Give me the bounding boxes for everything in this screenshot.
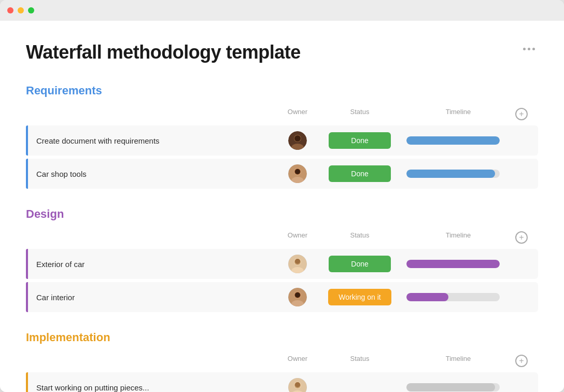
timeline-fill: [406, 260, 500, 268]
timeline-bar: [406, 260, 500, 268]
row-accent-bar: [26, 159, 28, 189]
avatar: [288, 131, 307, 150]
svg-point-24: [295, 382, 300, 387]
table-row: Car interior Working on it: [26, 282, 538, 312]
table-row: Start working on putting pieces...: [26, 372, 538, 392]
timeline-bar: [406, 293, 500, 301]
row-label-cell: Car interior: [26, 282, 277, 312]
row-label-cell: Exterior of car: [26, 249, 277, 279]
avatar: [288, 255, 307, 273]
timeline-cell: [401, 136, 515, 145]
svg-point-19: [295, 292, 300, 298]
col-header-status: Status: [318, 355, 401, 367]
col-header-add: +: [515, 355, 538, 367]
status-cell: Done: [318, 165, 401, 182]
row-task-label: Car shop tools: [36, 170, 87, 178]
col-header-task: [26, 355, 277, 367]
minimize-button[interactable]: [18, 7, 24, 13]
section-requirements: Requirements Owner Status Timeline + Cre…: [26, 84, 538, 189]
titlebar: [0, 0, 564, 21]
owner-cell: [277, 131, 318, 150]
row-task-label: Start working on putting pieces...: [36, 383, 149, 392]
add-row-button-design[interactable]: +: [515, 231, 528, 244]
maximize-button[interactable]: [28, 7, 34, 13]
avatar: [288, 288, 307, 306]
timeline-fill: [406, 383, 495, 391]
row-label-cell: Create document with requirements: [26, 125, 277, 156]
status-badge: Working on it: [328, 289, 391, 305]
timeline-cell: [401, 383, 515, 391]
timeline-bar: [406, 136, 500, 145]
svg-point-14: [295, 259, 300, 264]
table-header-requirements: Owner Status Timeline +: [26, 105, 538, 123]
col-header-timeline: Timeline: [401, 108, 515, 120]
svg-point-4: [295, 136, 301, 142]
col-header-timeline: Timeline: [401, 355, 515, 367]
table-header-design: Owner Status Timeline +: [26, 228, 538, 247]
status-badge: [329, 378, 391, 392]
avatar: [288, 164, 307, 183]
close-button[interactable]: [7, 7, 13, 13]
avatar-image: [288, 131, 307, 150]
timeline-bar: [406, 383, 500, 391]
avatar-image: [288, 164, 307, 183]
row-task-label: Exterior of car: [36, 260, 84, 269]
add-row-button-requirements[interactable]: +: [515, 108, 528, 120]
col-header-add: +: [515, 108, 538, 120]
owner-cell: [277, 164, 318, 183]
status-cell: Done: [318, 256, 401, 272]
status-badge: Done: [329, 132, 391, 149]
status-badge: Done: [329, 256, 391, 272]
row-task-label: Create document with requirements: [36, 136, 160, 145]
add-row-button-implementation[interactable]: +: [515, 355, 528, 367]
page-header: Waterfall methodology template: [26, 41, 538, 63]
status-cell: Done: [318, 132, 401, 149]
section-title-implementation: Implementation: [26, 331, 110, 344]
col-header-owner: Owner: [277, 108, 318, 120]
section-design: Design Owner Status Timeline + Exterior …: [26, 207, 538, 312]
owner-cell: [277, 288, 318, 306]
timeline-fill: [406, 293, 448, 301]
col-header-status: Status: [318, 231, 401, 244]
avatar-image: [288, 255, 307, 273]
section-title-design: Design: [26, 207, 64, 221]
table-row: Exterior of car Done: [26, 249, 538, 279]
timeline-cell: [401, 260, 515, 268]
row-label-cell: Car shop tools: [26, 159, 277, 189]
table-row: Car shop tools Done: [26, 159, 538, 189]
more-dot: [528, 48, 530, 50]
more-options-button[interactable]: [520, 45, 538, 53]
page-content: Waterfall methodology template Requireme…: [0, 21, 564, 392]
owner-cell: [277, 255, 318, 273]
col-header-task: [26, 108, 277, 120]
avatar-image: [288, 288, 307, 306]
row-accent-bar: [26, 372, 28, 392]
row-accent-bar: [26, 249, 28, 279]
row-label-cell: Start working on putting pieces...: [26, 372, 277, 392]
section-header-design: Design: [26, 207, 538, 221]
table-header-implementation: Owner Status Timeline +: [26, 352, 538, 370]
col-header-status: Status: [318, 108, 401, 120]
page-title: Waterfall methodology template: [26, 41, 301, 63]
row-accent-bar: [26, 282, 28, 312]
svg-point-9: [295, 169, 300, 174]
col-header-owner: Owner: [277, 355, 318, 367]
timeline-bar: [406, 170, 500, 178]
section-title-requirements: Requirements: [26, 84, 102, 97]
owner-cell: [277, 378, 318, 392]
section-header-requirements: Requirements: [26, 84, 538, 97]
status-cell: [318, 378, 401, 392]
table-row: Create document with requirements: [26, 125, 538, 156]
avatar: [288, 378, 307, 392]
avatar-image: [288, 378, 307, 392]
app-window: Waterfall methodology template Requireme…: [0, 0, 564, 392]
more-dot: [523, 48, 526, 50]
section-implementation: Implementation Owner Status Timeline + S…: [26, 331, 538, 392]
timeline-cell: [401, 293, 515, 301]
col-header-task: [26, 231, 277, 244]
timeline-fill: [406, 136, 500, 145]
col-header-owner: Owner: [277, 231, 318, 244]
row-task-label: Car interior: [36, 293, 75, 302]
status-cell: Working on it: [318, 289, 401, 305]
row-accent-bar: [26, 125, 28, 156]
